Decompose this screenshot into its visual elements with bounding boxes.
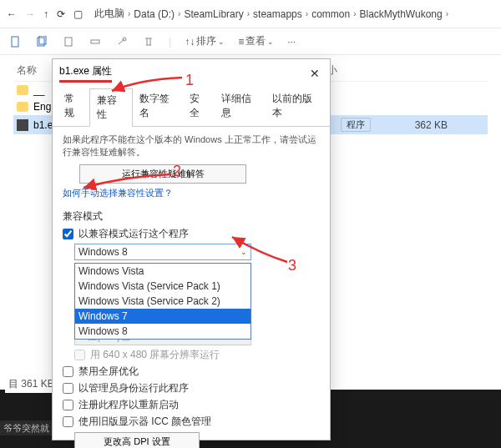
- monitor-icon: ▢: [73, 8, 83, 20]
- breadcrumb-item[interactable]: 此电脑: [94, 7, 124, 21]
- breadcrumb-item[interactable]: steamapps: [253, 8, 302, 20]
- svg-rect-3: [65, 38, 72, 46]
- icc-label: 使用旧版显示器 ICC 颜色管理: [78, 415, 211, 429]
- explorer-topbar: ← → ↑ ⟳ ▢ 此电脑› Data (D:)› SteamLibrary› …: [0, 0, 501, 28]
- copy-icon[interactable]: [35, 35, 48, 48]
- file-size: 362 KB: [381, 119, 448, 131]
- rename-icon[interactable]: [89, 35, 102, 48]
- chevron-down-icon: ⌄: [240, 248, 247, 256]
- dialog-title: b1.exe 属性: [59, 64, 112, 83]
- close-icon[interactable]: ✕: [306, 67, 323, 80]
- share-icon[interactable]: [115, 35, 129, 48]
- breadcrumb[interactable]: 此电脑› Data (D:)› SteamLibrary› steamapps›…: [94, 7, 494, 21]
- breadcrumb-item[interactable]: BlackMythWukong: [360, 8, 443, 20]
- fullscreen-label: 禁用全屏优化: [78, 365, 139, 379]
- view-dropdown[interactable]: ≡ 查看 ⌄: [238, 34, 274, 48]
- tab-general[interactable]: 常规: [58, 88, 89, 126]
- compat-mode-label: 以兼容模式运行这个程序: [78, 227, 189, 241]
- file-name: __: [33, 84, 44, 96]
- dropdown-option[interactable]: Windows Vista (Service Pack 1): [75, 279, 250, 294]
- icc-input[interactable]: [63, 416, 73, 427]
- more-icon[interactable]: ···: [287, 36, 296, 48]
- separator: |: [169, 36, 171, 48]
- resolution-input: [74, 350, 85, 360]
- chevron-right-icon: ›: [446, 9, 448, 18]
- dialog-titlebar: b1.exe 属性 ✕: [53, 59, 330, 88]
- resolution-label: 用 640 x 480 屏幕分辨率运行: [90, 348, 220, 362]
- icc-checkbox[interactable]: 使用旧版显示器 ICC 颜色管理: [63, 415, 320, 429]
- new-icon[interactable]: [8, 35, 22, 48]
- admin-label: 以管理员身份运行此程序: [78, 381, 189, 395]
- resolution-checkbox: 用 640 x 480 屏幕分辨率运行: [74, 348, 320, 362]
- explorer-actionbar: | ↑↓ 排序 ⌄ ≡ 查看 ⌄ ···: [0, 28, 501, 55]
- dropdown-option[interactable]: Windows 8: [75, 324, 250, 339]
- status-text: 目 361 KB: [5, 375, 58, 393]
- paste-icon[interactable]: [62, 35, 75, 48]
- fullscreen-input[interactable]: [63, 366, 73, 377]
- chevron-right-icon: ›: [306, 9, 308, 18]
- compat-section-title: 兼容模式: [63, 209, 320, 224]
- view-label: 查看: [245, 34, 266, 48]
- breadcrumb-item[interactable]: common: [311, 8, 350, 20]
- compat-dropdown[interactable]: Windows Vista Windows Vista (Service Pac…: [74, 263, 251, 340]
- tab-signatures[interactable]: 数字签名: [133, 88, 183, 126]
- fullscreen-checkbox[interactable]: 禁用全屏优化: [63, 365, 320, 379]
- delete-icon[interactable]: [142, 35, 155, 48]
- intro-text: 如果此程序不能在这个版本的 Windows 上正常工作，请尝试运行兼容性疑难解答…: [63, 133, 320, 159]
- breadcrumb-item[interactable]: SteamLibrary: [184, 8, 243, 20]
- breadcrumb-item[interactable]: Data (D:): [134, 8, 175, 20]
- compat-mode-checkbox[interactable]: 以兼容模式运行这个程序: [63, 227, 320, 241]
- admin-checkbox[interactable]: 以管理员身份运行此程序: [63, 381, 320, 395]
- chevron-right-icon: ›: [353, 9, 356, 18]
- sort-dropdown[interactable]: ↑↓ 排序 ⌄: [185, 34, 225, 48]
- register-label: 注册此程序以重新启动: [78, 398, 179, 412]
- register-checkbox[interactable]: 注册此程序以重新启动: [63, 398, 320, 412]
- run-troubleshooter-button[interactable]: 运行兼容性疑难解答: [79, 164, 246, 184]
- chevron-right-icon: ›: [178, 9, 180, 18]
- properties-dialog: b1.exe 属性 ✕ 常规 兼容性 数字签名 安全 详细信息 以前的版本 如果…: [52, 58, 331, 440]
- chevron-right-icon: ›: [247, 9, 250, 18]
- dropdown-option[interactable]: Windows Vista (Service Pack 2): [75, 294, 250, 309]
- combo-value: Windows 8: [78, 246, 128, 258]
- tab-details[interactable]: 详细信息: [215, 88, 265, 126]
- tab-previous[interactable]: 以前的版本: [266, 88, 326, 126]
- dpi-settings-button[interactable]: 更改高 DPI 设置: [74, 432, 200, 448]
- svg-rect-4: [91, 40, 99, 43]
- help-link[interactable]: 如何手动选择兼容性设置？: [63, 187, 173, 199]
- svg-rect-0: [12, 37, 18, 47]
- chevron-down-icon: ⌄: [267, 38, 274, 46]
- up-icon[interactable]: ↑: [43, 8, 48, 20]
- compat-mode-combo[interactable]: Windows 8 ⌄: [74, 244, 251, 260]
- admin-input[interactable]: [63, 383, 73, 394]
- dropdown-option[interactable]: Windows Vista: [75, 264, 250, 279]
- exe-icon: [17, 119, 28, 131]
- nav-icons: ← → ↑ ⟳ ▢: [7, 8, 83, 20]
- dropdown-option[interactable]: Windows 7: [75, 309, 250, 324]
- chevron-right-icon: ›: [128, 9, 130, 18]
- file-type-tag: 程序: [341, 118, 371, 132]
- file-name: Engi: [33, 101, 53, 113]
- folder-icon: [17, 85, 28, 95]
- chevron-down-icon: ⌄: [218, 38, 225, 46]
- sort-label: 排序: [196, 34, 216, 48]
- forward-icon[interactable]: →: [25, 8, 35, 20]
- tab-security[interactable]: 安全: [183, 88, 215, 126]
- tab-compatibility[interactable]: 兼容性: [89, 88, 132, 127]
- caption-strip: 爷爷突然就: [0, 420, 52, 435]
- folder-icon: [17, 102, 28, 112]
- dialog-body: 如果此程序不能在这个版本的 Windows 上正常工作，请尝试运行兼容性疑难解答…: [53, 127, 330, 448]
- back-icon[interactable]: ←: [7, 8, 17, 20]
- refresh-icon[interactable]: ⟳: [57, 8, 65, 20]
- register-input[interactable]: [63, 400, 73, 410]
- compat-mode-input[interactable]: [63, 229, 73, 239]
- dialog-tabs: 常规 兼容性 数字签名 安全 详细信息 以前的版本: [53, 88, 330, 127]
